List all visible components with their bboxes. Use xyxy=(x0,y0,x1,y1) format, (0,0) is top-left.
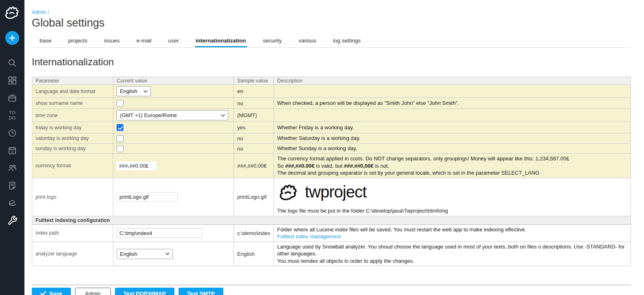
tab-various[interactable]: various xyxy=(298,34,317,47)
section-title: Internationalization xyxy=(32,56,644,68)
save-button[interactable]: Save xyxy=(32,288,71,295)
sample-value: no xyxy=(234,133,274,144)
add-button[interactable] xyxy=(5,31,19,45)
tab-security[interactable]: security xyxy=(262,34,283,47)
index-path-input[interactable] xyxy=(117,228,202,238)
tab-issues[interactable]: issues xyxy=(104,34,121,47)
row-analyzer-language: analyzer language English English Langua… xyxy=(32,242,631,266)
section-header-fulltext: Fulltext indexing configuration xyxy=(32,216,631,224)
projects-briefcase-icon[interactable] xyxy=(7,93,18,103)
tab-log-settings[interactable]: log settings xyxy=(332,34,362,47)
sunday-checkbox[interactable] xyxy=(117,145,124,152)
breadcrumb-admin-link[interactable]: Admin / xyxy=(32,9,49,15)
description: Whether Sunday is a working day. xyxy=(273,144,631,154)
chevron-down-icon xyxy=(221,114,225,117)
main-content: Admin / Global settings base projects is… xyxy=(24,0,644,295)
costs-coins-icon[interactable] xyxy=(7,198,18,208)
sample-value: yes xyxy=(234,122,274,133)
footer-divider xyxy=(32,285,631,285)
currency-format-input[interactable] xyxy=(117,162,157,170)
description: Folder where all Lucene index files will… xyxy=(273,224,631,242)
analyzer-language-select-value: English xyxy=(120,251,137,257)
param-label: analyzer language xyxy=(32,242,113,266)
twproject-hand-icon xyxy=(277,180,300,203)
param-label: show surname name xyxy=(32,98,113,109)
twproject-logo-icon[interactable] xyxy=(3,3,21,23)
todo-item[interactable]: TO DO xyxy=(7,110,18,121)
row-show-surname-name: show surname name no When checked, a per… xyxy=(32,98,631,109)
show-surname-checkbox[interactable] xyxy=(117,100,124,107)
tab-projects[interactable]: projects xyxy=(67,34,88,47)
param-label: time zone xyxy=(32,109,113,122)
test-pop3-imap-button[interactable]: Test POP3/IMAP xyxy=(115,288,174,295)
admin-button[interactable]: Admin xyxy=(75,288,111,295)
tab-email[interactable]: e-mail xyxy=(136,34,152,47)
col-header-current-value: Current value xyxy=(113,77,234,85)
description xyxy=(273,85,631,98)
resources-users-icon[interactable] xyxy=(7,163,18,173)
col-header-parameter: Parameter xyxy=(32,77,113,85)
check-icon xyxy=(40,291,46,295)
row-index-path: index path c:\demo\index Folder where al… xyxy=(32,224,631,242)
twproject-print-logo: twproject xyxy=(277,180,627,203)
timezone-select[interactable]: (GMT +1) Europe/Rome xyxy=(117,110,228,120)
footer-buttons: Save Admin Test POP3/IMAP Test SMTP xyxy=(32,288,644,295)
language-select[interactable]: English xyxy=(117,86,151,96)
settings-table: Parameter Current value Sample value Des… xyxy=(32,77,631,266)
row-print-logo: print logo printLogo.gif twproject The l… xyxy=(32,178,631,216)
fulltext-index-management-link[interactable]: Fulltext index management xyxy=(277,233,341,240)
app-window: TO DO 31 xyxy=(0,0,644,295)
worklog-clock-icon[interactable] xyxy=(7,128,18,138)
language-select-value: English xyxy=(120,88,137,94)
description: twproject The logo file must be put in t… xyxy=(273,178,631,216)
description: The currency format applied in costs. Do… xyxy=(273,154,631,178)
description: Language used by Snowball analyzer. You … xyxy=(273,242,631,266)
sample-value: no xyxy=(234,144,274,154)
sample-value: no xyxy=(234,98,274,109)
search-icon[interactable] xyxy=(7,58,18,68)
param-label: saturday is working day xyxy=(32,133,113,144)
row-friday-working-day: friday is working day yes Whether Friday… xyxy=(32,122,631,133)
description: Whether Friday is a working day. xyxy=(273,122,631,133)
sample-value: c:\demo\index xyxy=(234,224,274,242)
sample-value: (MGMT) xyxy=(234,109,274,122)
row-language-date-format: Language and date format English en xyxy=(32,85,631,98)
dashboard-icon[interactable] xyxy=(7,75,18,86)
param-label: print logo xyxy=(32,178,113,216)
agenda-calendar-icon[interactable]: 31 xyxy=(7,145,18,156)
col-header-description: Description xyxy=(273,77,631,85)
col-header-sample-value: Sample value xyxy=(234,77,274,85)
sidebar: TO DO 31 xyxy=(0,0,24,295)
row-currency-format: currency format ###,##0.00€ The currency… xyxy=(32,154,631,178)
table-header-row: Parameter Current value Sample value Des… xyxy=(32,77,631,85)
tab-bar: base projects issues e-mail user interna… xyxy=(32,34,631,48)
chevron-down-icon xyxy=(165,253,170,255)
admin-tools-wrench-icon[interactable] xyxy=(7,215,18,226)
breadcrumb: Admin / xyxy=(32,8,644,16)
row-time-zone: time zone (GMT +1) Europe/Rome (MGMT) xyxy=(32,109,631,122)
param-label: sunday is working day xyxy=(32,144,113,154)
analyzer-language-select[interactable]: English xyxy=(117,249,173,259)
timezone-select-value: (GMT +1) Europe/Rome xyxy=(120,112,177,118)
twproject-logo-text: twproject xyxy=(305,181,366,203)
param-label: Language and date format xyxy=(32,85,113,98)
param-label: friday is working day xyxy=(32,122,113,133)
row-saturday-working-day: saturday is working day no Whether Satur… xyxy=(32,133,631,144)
tab-base[interactable]: base xyxy=(39,34,52,47)
chevron-down-icon xyxy=(143,90,148,93)
sample-value: en xyxy=(234,85,274,98)
sample-value: ###,##0.00€ xyxy=(234,154,274,178)
sample-value: printLogo.gif xyxy=(234,178,274,216)
documents-icon[interactable] xyxy=(7,180,18,191)
saturday-checkbox[interactable] xyxy=(117,135,124,142)
param-label: currency format xyxy=(32,154,113,178)
tab-internationalization[interactable]: internationalization xyxy=(195,34,247,47)
sample-value: English xyxy=(234,242,274,266)
tab-user[interactable]: user xyxy=(168,34,180,47)
row-sunday-working-day: sunday is working day no Whether Sunday … xyxy=(32,144,631,154)
friday-checkbox[interactable] xyxy=(117,124,124,131)
description: When checked, a person will be displayed… xyxy=(273,98,631,109)
print-logo-input[interactable] xyxy=(117,192,178,202)
description xyxy=(273,109,631,122)
test-smtp-button[interactable]: Test SMTP xyxy=(179,288,223,295)
